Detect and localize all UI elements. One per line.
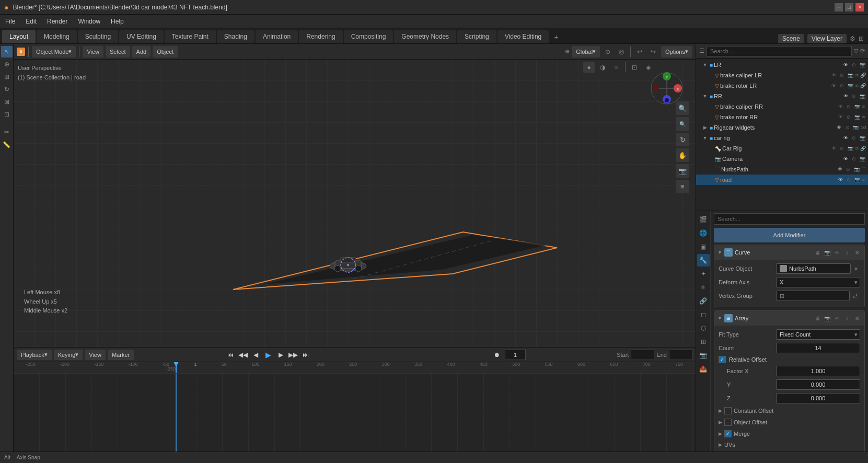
brrr-sel[interactable]: ⊙ [845,113,852,121]
prop-output-icon[interactable]: 📤 [697,363,710,375]
sidebar-move-tool[interactable]: ⊞ [1,71,13,83]
scene-dropdown[interactable]: Scene [778,34,804,43]
camera-ren[interactable]: 📷 [859,155,866,163]
tab-scripting[interactable]: Scripting [457,30,496,43]
curve-mod-edit[interactable]: ✏ [833,248,841,257]
y-value[interactable]: 0.000 [776,379,860,390]
tab-uv-editing[interactable]: UV Editing [119,30,164,43]
lr-vis-toggle[interactable]: 👁 [842,61,849,68]
bcrr-sel[interactable]: ⊙ [845,103,852,110]
start-frame-input[interactable]: 1 [631,350,654,360]
expand-rr[interactable]: ▼ [701,92,709,100]
playback-menu[interactable]: Playback ▾ [17,350,52,360]
sidebar-measure-tool[interactable]: 📏 [1,139,13,151]
array-mod-edit[interactable]: ✏ [833,314,841,322]
road-vis[interactable]: 👁 [837,176,844,183]
outliner-item-nurbspath[interactable]: ⌒ NurbsPath 👁 ⊙ 📷 ⌒ [696,164,868,175]
curve-mod-realtime[interactable]: 🖥 [813,248,821,257]
menu-render[interactable]: Render [42,15,73,28]
sidebar-rotate-tool[interactable]: ↻ [1,84,13,95]
add-modifier-button[interactable]: Add Modifier [714,228,865,242]
sidebar-cursor-tool[interactable]: ⊕ [1,59,13,70]
rigacar-sel[interactable]: ⊙ [844,124,851,131]
prop-material-icon[interactable]: ⬡ [697,322,710,334]
nurbspath-sel[interactable]: ⊙ [844,166,852,173]
tab-layout[interactable]: Layout [2,30,36,43]
object-menu-btn[interactable]: Object [153,46,178,57]
z-value[interactable]: 0.000 [776,393,860,403]
current-frame-input[interactable]: 1 [505,350,526,360]
view-menu-btn[interactable]: View [83,46,103,57]
zoom-out-button[interactable]: 🔍 [676,117,689,131]
curve-mod-move[interactable]: ↕ [843,248,851,257]
prop-world-icon[interactable]: 🌐 [697,227,710,239]
select-menu-btn[interactable]: Select [106,46,130,57]
prev-frame-button[interactable]: ◀ [250,350,261,360]
rr-ren[interactable]: 📷 [859,92,866,100]
carrig-arm-sel[interactable]: ⊙ [838,145,846,152]
options-btn[interactable]: Options ▾ [661,46,692,57]
carrig-arm-ren[interactable]: 📷 [847,145,854,152]
minimize-button[interactable]: ─ [835,3,843,11]
object-offset-checkbox[interactable] [724,419,732,426]
carrig-arm-vis[interactable]: 👁 [830,145,837,152]
curve-mod-close[interactable]: ✕ [853,248,861,257]
deform-axis-value[interactable]: X [776,277,860,287]
viewport-shading-material[interactable]: ◑ [597,62,608,73]
prop-object-icon[interactable]: ▣ [697,240,710,253]
proportional-edit[interactable]: ◎ [616,46,627,57]
bcrr-vis[interactable]: 👁 [837,103,844,110]
undo-btn[interactable]: ↩ [634,46,645,57]
outliner-item-brake-caliper-lr[interactable]: ▽ brake caliper LR 👁 ⊙ 📷 ≋ 🔗 [696,70,868,80]
prop-constraints-icon[interactable]: 🔗 [697,295,710,307]
lr-select-toggle[interactable]: ⊙ [850,61,858,68]
expand-car-rig[interactable]: ▼ [701,134,709,142]
prop-texture-icon[interactable]: ⊞ [697,335,710,348]
carrig-sel[interactable]: ⊙ [850,134,858,142]
tab-rendering[interactable]: Rendering [299,30,342,43]
brl-sel[interactable]: ⊙ [838,82,846,89]
vertex-group-value[interactable]: ⊞ [776,291,850,301]
tab-video-editing[interactable]: Video Editing [497,30,549,43]
merge-section[interactable]: ▶ ✓ Merge [719,429,860,438]
curve-object-clear[interactable]: ✕ [852,264,860,273]
brrr-ren[interactable]: 📷 [853,113,861,121]
xray-toggle[interactable]: ◈ [642,62,654,73]
nurbspath-vis[interactable]: 👁 [836,166,843,173]
curve-mod-render[interactable]: 📷 [823,248,831,257]
tab-modeling[interactable]: Modeling [37,30,77,43]
bcl-ren[interactable]: 📷 [847,72,854,79]
rigacar-ren[interactable]: 📷 [852,124,860,131]
brl-ren[interactable]: 📷 [847,82,854,89]
mode-dropdown[interactable]: Object Mode ▾ [32,46,76,57]
menu-file[interactable]: File [0,15,20,28]
camera-sel[interactable]: ⊙ [850,155,858,163]
outliner-sync-icon[interactable]: ⟳ [860,48,865,54]
close-button[interactable]: ✕ [855,3,864,11]
bcrr-ren[interactable]: 📷 [853,103,861,110]
transform-orientation-btn[interactable]: Global ▾ [572,46,600,57]
outliner-item-camera[interactable]: 📷 Camera 👁 ⊙ 📷 [696,154,868,164]
bcl-sel[interactable]: ⊙ [838,72,846,79]
constant-offset-checkbox[interactable] [724,407,732,414]
rr-vis[interactable]: 👁 [842,92,849,100]
carrig-vis[interactable]: 👁 [842,134,849,142]
next-frame-button[interactable]: ▶ [275,350,286,360]
outliner-item-road[interactable]: ▽ road 👁 ⊙ 📷 ≋ [696,175,868,185]
view-menu-tl[interactable]: View [85,350,106,360]
array-mod-render[interactable]: 📷 [823,314,831,322]
workspace-overlay-icon[interactable]: ⊞ [859,35,864,42]
prop-physics-icon[interactable]: ⚛ [697,281,710,294]
record-button[interactable]: ⏺ [491,350,503,360]
marker-menu[interactable]: Marker [108,350,134,360]
relative-offset-checkbox[interactable]: ✓ [719,356,726,363]
outliner-item-car-rig[interactable]: 🦴 Car Rig 👁 ⊙ 📷 ≋ 🔗 [696,143,868,154]
outliner-item-rr[interactable]: ▼ ■ RR 👁 ⊙ 📷 [696,91,868,101]
expand-lr[interactable]: ▼ [701,61,709,68]
array-mod-expand[interactable]: ▼ [717,316,722,321]
tab-animation[interactable]: Animation [256,30,298,43]
lr-render-toggle[interactable]: 📷 [859,61,866,68]
menu-window[interactable]: Window [73,15,106,28]
overlay-toggle[interactable]: ⊡ [629,62,640,73]
outliner-filter-icon[interactable]: ▽ [854,48,858,54]
